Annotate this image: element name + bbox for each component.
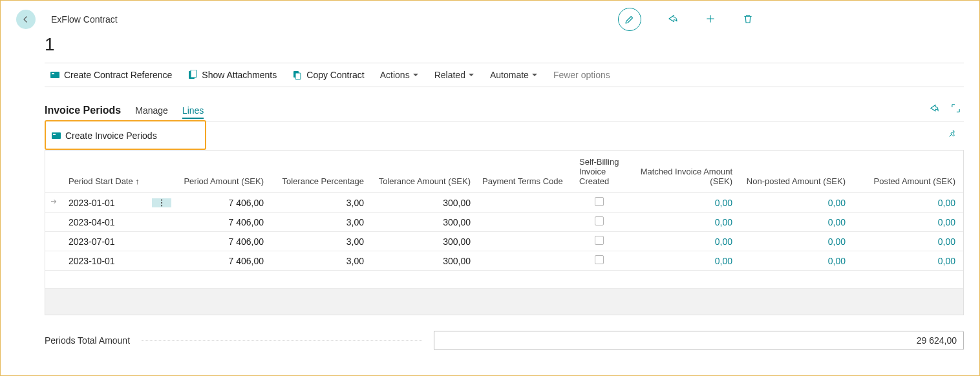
cell-nonposted-amount[interactable]: 0,00 bbox=[740, 213, 853, 232]
related-dropdown[interactable]: Related bbox=[434, 70, 474, 80]
share-icon[interactable] bbox=[667, 13, 679, 26]
self-billing-checkbox[interactable] bbox=[595, 216, 604, 225]
cell-tolerance-pct[interactable]: 3,00 bbox=[272, 251, 372, 271]
col-self-billing[interactable]: Self-Billing Invoice Created bbox=[575, 151, 627, 193]
action-toolbar: Create Contract Reference Show Attachmen… bbox=[45, 63, 964, 87]
actions-dropdown[interactable]: Actions bbox=[380, 70, 419, 80]
share-section-icon[interactable] bbox=[929, 103, 940, 114]
copy-contract-button[interactable]: Copy Contract bbox=[292, 70, 364, 80]
svg-rect-3 bbox=[191, 70, 197, 78]
svg-point-10 bbox=[161, 205, 162, 206]
cell-matched-amount[interactable]: 0,00 bbox=[627, 193, 740, 213]
cell-tolerance-pct[interactable]: 3,00 bbox=[272, 193, 372, 213]
pin-icon[interactable] bbox=[947, 129, 959, 141]
cell-tolerance-amount[interactable]: 300,00 bbox=[372, 232, 478, 251]
periods-total-label: Periods Total Amount bbox=[45, 335, 130, 346]
create-invoice-periods-label: Create Invoice Periods bbox=[65, 131, 157, 141]
svg-rect-5 bbox=[295, 73, 301, 79]
automate-dropdown[interactable]: Automate bbox=[490, 70, 538, 80]
dots-divider bbox=[142, 340, 422, 340]
cell-period-amount[interactable]: 7 406,00 bbox=[171, 251, 272, 271]
self-billing-checkbox[interactable] bbox=[595, 236, 604, 245]
periods-total-text: 29 624,00 bbox=[917, 335, 957, 346]
actions-label: Actions bbox=[380, 70, 410, 80]
self-billing-checkbox[interactable] bbox=[595, 255, 604, 264]
col-tolerance-amt[interactable]: Tolerance Amount (SEK) bbox=[372, 151, 478, 193]
record-number: 1 bbox=[45, 34, 964, 55]
cell-posted-amount[interactable]: 0,00 bbox=[853, 213, 963, 232]
svg-rect-7 bbox=[53, 134, 56, 135]
svg-rect-0 bbox=[50, 72, 59, 78]
create-invoice-periods-button[interactable]: Create Invoice Periods bbox=[51, 131, 157, 141]
related-label: Related bbox=[434, 70, 465, 80]
row-indicator-icon bbox=[49, 198, 58, 208]
cell-payment-terms[interactable] bbox=[478, 232, 575, 251]
cell-tolerance-amount[interactable]: 300,00 bbox=[372, 213, 478, 232]
cell-period-start[interactable]: 2023-10-01 bbox=[65, 251, 152, 271]
copy-contract-label: Copy Contract bbox=[306, 70, 364, 80]
cell-nonposted-amount[interactable]: 0,00 bbox=[740, 232, 853, 251]
table-footer-row bbox=[45, 289, 963, 315]
automate-label: Automate bbox=[490, 70, 529, 80]
row-menu-button[interactable] bbox=[152, 198, 171, 207]
edit-button[interactable] bbox=[618, 8, 641, 31]
expand-section-icon[interactable] bbox=[950, 103, 961, 114]
invoice-periods-table: Period Start Date ↑ Period Amount (SEK) … bbox=[45, 151, 964, 315]
svg-point-8 bbox=[161, 199, 162, 200]
cell-matched-amount[interactable]: 0,00 bbox=[627, 232, 740, 251]
section-title: Invoice Periods bbox=[45, 105, 121, 116]
delete-button[interactable] bbox=[742, 13, 754, 26]
col-posted-amount[interactable]: Posted Amount (SEK) bbox=[853, 151, 963, 193]
cell-period-start[interactable]: 2023-01-01 bbox=[65, 193, 152, 213]
cell-tolerance-amount[interactable]: 300,00 bbox=[372, 193, 478, 213]
col-period-amount[interactable]: Period Amount (SEK) bbox=[171, 151, 272, 193]
cell-period-amount[interactable]: 7 406,00 bbox=[171, 232, 272, 251]
col-matched-amount[interactable]: Matched Invoice Amount (SEK) bbox=[627, 151, 740, 193]
new-button[interactable] bbox=[705, 13, 716, 26]
periods-total-value[interactable]: 29 624,00 bbox=[434, 331, 964, 350]
cell-tolerance-amount[interactable]: 300,00 bbox=[372, 251, 478, 271]
table-row[interactable]: 2023-07-017 406,003,00300,000,000,000,00 bbox=[45, 232, 963, 251]
col-tolerance-pct[interactable]: Tolerance Percentage bbox=[272, 151, 372, 193]
table-row[interactable]: 2023-01-017 406,003,00300,000,000,000,00 bbox=[45, 193, 963, 213]
fewer-options-button[interactable]: Fewer options bbox=[553, 70, 610, 80]
cell-period-amount[interactable]: 7 406,00 bbox=[171, 213, 272, 232]
cell-matched-amount[interactable]: 0,00 bbox=[627, 213, 740, 232]
col-period-start[interactable]: Period Start Date ↑ bbox=[65, 151, 152, 193]
svg-point-9 bbox=[161, 202, 162, 203]
svg-rect-1 bbox=[52, 73, 54, 74]
show-attachments-label: Show Attachments bbox=[202, 70, 277, 80]
cell-tolerance-pct[interactable]: 3,00 bbox=[272, 213, 372, 232]
show-attachments-button[interactable]: Show Attachments bbox=[187, 70, 277, 80]
cell-payment-terms[interactable] bbox=[478, 251, 575, 271]
cell-period-start[interactable]: 2023-04-01 bbox=[65, 213, 152, 232]
cell-tolerance-pct[interactable]: 3,00 bbox=[272, 232, 372, 251]
back-button[interactable] bbox=[16, 10, 36, 29]
cell-nonposted-amount[interactable]: 0,00 bbox=[740, 193, 853, 213]
table-row[interactable]: 2023-10-017 406,003,00300,000,000,000,00 bbox=[45, 251, 963, 271]
tab-lines[interactable]: Lines bbox=[182, 105, 204, 117]
col-payment-terms[interactable]: Payment Terms Code bbox=[478, 151, 575, 193]
tab-manage[interactable]: Manage bbox=[135, 105, 168, 117]
cell-posted-amount[interactable]: 0,00 bbox=[853, 193, 963, 213]
svg-rect-6 bbox=[52, 132, 61, 139]
cell-matched-amount[interactable]: 0,00 bbox=[627, 251, 740, 271]
create-contract-reference-label: Create Contract Reference bbox=[64, 70, 172, 80]
table-row-empty[interactable] bbox=[45, 271, 963, 289]
fewer-options-label: Fewer options bbox=[553, 70, 610, 80]
cell-posted-amount[interactable]: 0,00 bbox=[853, 232, 963, 251]
create-contract-reference-button[interactable]: Create Contract Reference bbox=[50, 70, 172, 80]
cell-period-start[interactable]: 2023-07-01 bbox=[65, 232, 152, 251]
self-billing-checkbox[interactable] bbox=[595, 197, 604, 206]
page-title: ExFlow Contract bbox=[51, 14, 118, 25]
cell-period-amount[interactable]: 7 406,00 bbox=[171, 193, 272, 213]
cell-nonposted-amount[interactable]: 0,00 bbox=[740, 251, 853, 271]
cell-payment-terms[interactable] bbox=[478, 193, 575, 213]
cell-payment-terms[interactable] bbox=[478, 213, 575, 232]
tab-manage-label: Manage bbox=[135, 105, 168, 116]
table-row[interactable]: 2023-04-017 406,003,00300,000,000,000,00 bbox=[45, 213, 963, 232]
col-nonposted-amount[interactable]: Non-posted Amount (SEK) bbox=[740, 151, 853, 193]
cell-posted-amount[interactable]: 0,00 bbox=[853, 251, 963, 271]
tab-lines-label: Lines bbox=[182, 105, 204, 116]
